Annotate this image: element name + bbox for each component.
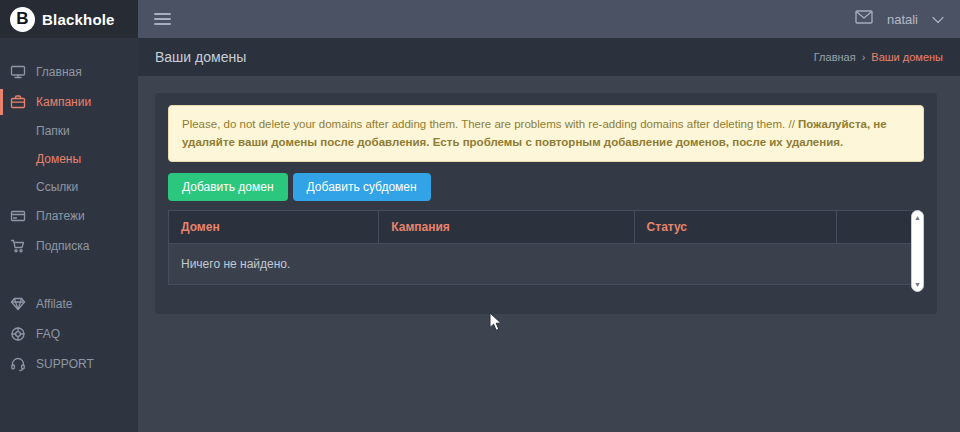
table-scrollbar[interactable]: ▲ ▼: [911, 210, 924, 292]
sidebar-item-label: FAQ: [36, 327, 60, 341]
sidebar-item-links[interactable]: Ссылки: [0, 173, 138, 201]
column-header-domain[interactable]: Домен: [169, 210, 379, 243]
breadcrumb: Главная › Ваши домены: [814, 51, 943, 63]
sidebar: B Blackhole Главная Кампании Папки Домен…: [0, 0, 138, 432]
add-subdomain-button[interactable]: Добавить субдомен: [293, 173, 431, 201]
sidebar-item-support[interactable]: SUPPORT: [0, 349, 138, 379]
domains-table: Домен Кампания Статус Ничего не найдено.: [168, 210, 920, 285]
warning-text-en: Please, do not delete your domains after…: [182, 118, 795, 130]
sidebar-item-affiliate[interactable]: Affilate: [0, 289, 138, 319]
warning-alert: Please, do not delete your domains after…: [168, 105, 924, 162]
table-header-row: Домен Кампания Статус: [169, 210, 920, 243]
sidebar-item-label: SUPPORT: [36, 357, 94, 371]
add-domain-button[interactable]: Добавить домен: [168, 173, 288, 201]
page-header: Ваши домены Главная › Ваши домены: [138, 38, 960, 76]
sidebar-item-payments[interactable]: Платежи: [0, 201, 138, 231]
headset-icon: [10, 356, 26, 372]
main-area: natali Ваши домены Главная › Ваши домены…: [138, 0, 960, 432]
sidebar-item-subscription[interactable]: Подписка: [0, 231, 138, 261]
sidebar-item-folders[interactable]: Папки: [0, 117, 138, 145]
column-header-campaign[interactable]: Кампания: [379, 210, 634, 243]
sidebar-item-label: Кампании: [36, 95, 91, 109]
sidebar-item-domains[interactable]: Домены: [0, 145, 138, 173]
page-title: Ваши домены: [155, 49, 246, 65]
sidebar-item-faq[interactable]: FAQ: [0, 319, 138, 349]
sidebar-item-label: Папки: [36, 124, 70, 138]
sidebar-item-label: Домены: [36, 152, 81, 166]
content: Please, do not delete your domains after…: [138, 76, 960, 432]
briefcase-icon: [10, 94, 26, 110]
credit-card-icon: [10, 208, 26, 224]
monitor-icon: [10, 64, 26, 80]
sidebar-item-label: Подписка: [36, 239, 89, 253]
sidebar-item-label: Affilate: [36, 297, 72, 311]
menu-toggle-icon[interactable]: [154, 13, 171, 25]
scroll-up-icon[interactable]: ▲: [914, 214, 921, 221]
sidebar-nav: Главная Кампании Папки Домены Ссылки Пла…: [0, 38, 138, 379]
brand-name: Blackhole: [42, 11, 115, 28]
breadcrumb-separator-icon: ›: [862, 51, 866, 63]
brand[interactable]: B Blackhole: [0, 0, 138, 38]
lifebuoy-icon: [10, 326, 26, 342]
column-header-actions: [837, 210, 920, 243]
sidebar-item-campaigns[interactable]: Кампании: [0, 87, 138, 117]
chevron-down-icon[interactable]: [932, 10, 944, 28]
topbar: natali: [138, 0, 960, 38]
domains-table-wrap: Домен Кампания Статус Ничего не найдено.…: [168, 210, 924, 292]
scroll-down-icon[interactable]: ▼: [914, 281, 921, 288]
cart-icon: [10, 238, 26, 254]
sidebar-item-home[interactable]: Главная: [0, 57, 138, 87]
domains-panel: Please, do not delete your domains after…: [155, 93, 937, 314]
actions-row: Добавить домен Добавить субдомен: [168, 173, 924, 201]
user-menu[interactable]: natali: [887, 12, 918, 27]
column-header-status[interactable]: Статус: [634, 210, 837, 243]
brand-logo-icon: B: [10, 7, 35, 32]
table-row: Ничего не найдено.: [169, 243, 920, 284]
empty-state-text: Ничего не найдено.: [169, 243, 920, 284]
breadcrumb-current: Ваши домены: [871, 51, 943, 63]
breadcrumb-home[interactable]: Главная: [814, 51, 856, 63]
sidebar-item-label: Платежи: [36, 209, 85, 223]
gem-icon: [10, 296, 26, 312]
sidebar-item-label: Главная: [36, 65, 82, 79]
sidebar-item-label: Ссылки: [36, 180, 78, 194]
mail-icon[interactable]: [855, 10, 873, 28]
